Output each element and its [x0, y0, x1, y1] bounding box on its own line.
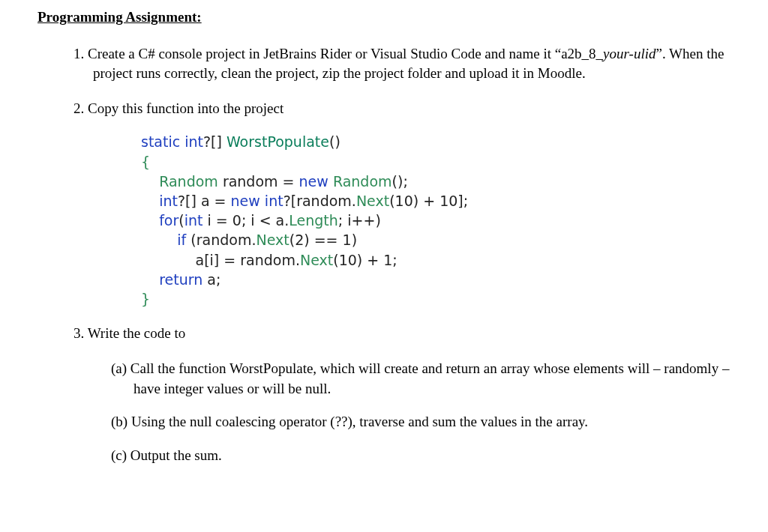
- code-line-if: if (random.Next(2) == 1): [141, 230, 730, 250]
- item-3-text: Write the code to: [84, 325, 185, 341]
- item-1-text-a: Create a C# console project in JetBrains…: [84, 46, 603, 61]
- item-3a: (a) Call the function WorstPopulate, whi…: [111, 359, 730, 399]
- code-line-random: Random random = new Random();: [141, 172, 730, 191]
- code-line-return: return a;: [141, 270, 730, 289]
- item-3a-number: (a): [111, 360, 127, 376]
- code-block: static int?[] WorstPopulate() { Random r…: [93, 132, 730, 309]
- item-3b-text: Using the null coalescing operator (??),…: [128, 414, 588, 429]
- item-3a-text: Call the function WorstPopulate, which w…: [127, 360, 729, 396]
- item-3c-text: Output the sum.: [127, 447, 222, 463]
- item-3: 3. Write the code to (a) Call the functi…: [74, 324, 730, 465]
- code-line-assign: a[i] = random.Next(10) + 1;: [141, 250, 730, 270]
- sub-list: (a) Call the function WorstPopulate, whi…: [93, 359, 730, 465]
- code-line-array: int?[] a = new int?[random.Next(10) + 10…: [141, 191, 730, 211]
- page-title: Programming Assignment:: [38, 7, 730, 28]
- item-3c: (c) Output the sum.: [111, 446, 730, 466]
- code-line-brace-close: }: [141, 289, 730, 309]
- code-line-brace-open: {: [141, 152, 730, 172]
- code-line-signature: static int?[] WorstPopulate(): [141, 132, 730, 151]
- item-3c-number: (c): [111, 447, 127, 463]
- main-list: 1. Create a C# console project in JetBra…: [38, 44, 730, 466]
- item-3b: (b) Using the null coalescing operator (…: [111, 412, 730, 432]
- item-1-number: 1.: [74, 46, 84, 61]
- item-1: 1. Create a C# console project in JetBra…: [74, 44, 730, 84]
- item-2: 2. Copy this function into the project s…: [74, 99, 730, 309]
- item-2-text: Copy this function into the project: [84, 100, 284, 116]
- item-3b-number: (b): [111, 414, 128, 429]
- code-line-for: for(int i = 0; i < a.Length; i++): [141, 211, 730, 230]
- item-2-number: 2.: [74, 100, 84, 116]
- item-3-number: 3.: [74, 325, 84, 341]
- item-1-italic: your-ulid: [603, 46, 656, 61]
